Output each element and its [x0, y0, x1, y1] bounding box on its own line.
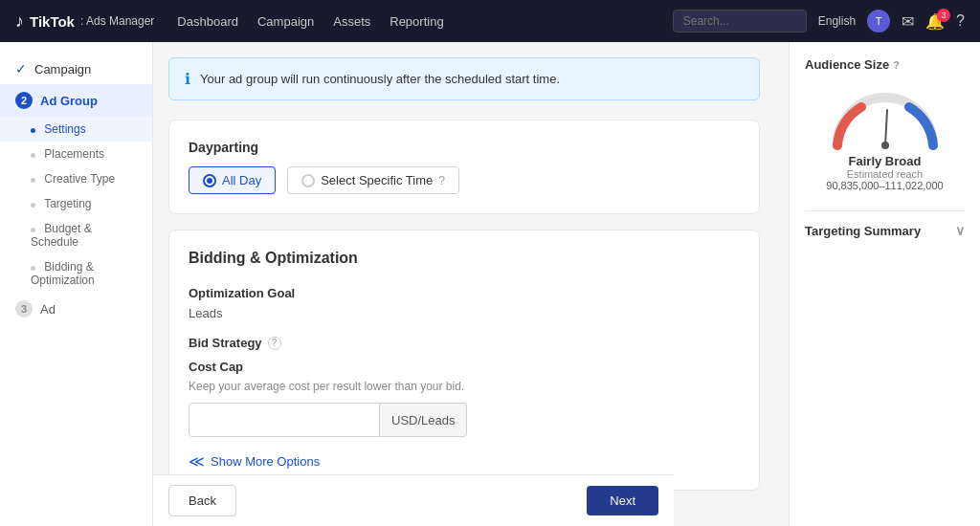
show-more-options[interactable]: ≪ Show More Options [189, 452, 740, 471]
dayparting-help-icon[interactable]: ? [438, 174, 445, 187]
gauge-range: 90,835,000–111,022,000 [826, 180, 943, 191]
radio-dot-allday [203, 174, 216, 187]
right-panel: Audience Size ? Fairly Broad Estimated r… [789, 42, 980, 526]
dayparting-card: Dayparting All Day Select Specific Time … [168, 120, 760, 214]
mail-icon[interactable]: ✉ [902, 12, 914, 31]
tiktok-icon: ♪ [15, 11, 24, 32]
optimization-goal-value: Leads [189, 306, 740, 320]
nav-reporting[interactable]: Reporting [390, 11, 443, 33]
check-icon: ✓ [15, 61, 27, 77]
info-icon: ℹ [185, 70, 190, 88]
step-num-adgroup: 2 [15, 92, 33, 109]
sidebar-sub-placements[interactable]: Placements [0, 142, 152, 166]
help-icon[interactable]: ? [956, 12, 965, 30]
audience-size-title: Audience Size ? [805, 57, 965, 72]
nav-assets[interactable]: Assets [333, 11, 370, 33]
dot-bidding [31, 266, 35, 271]
cost-unit-label: USD/Leads [380, 403, 467, 437]
language-selector[interactable]: English [818, 14, 856, 28]
sidebar-sub-creative-type[interactable]: Creative Type [0, 166, 152, 191]
dayparting-label: Dayparting [189, 140, 740, 155]
dot-placements [31, 153, 35, 158]
search-input[interactable] [673, 10, 807, 33]
logo: ♪ TikTok : Ads Manager [15, 11, 154, 32]
footer: Back Next [153, 474, 674, 526]
bid-strategy-label: Bid Strategy [189, 336, 262, 350]
content-area: ℹ Your ad group will run continuously af… [153, 42, 775, 526]
dot-targeting [31, 203, 35, 208]
cost-cap-label: Cost Cap [189, 360, 740, 374]
sidebar-sub-targeting[interactable]: Targeting [0, 191, 152, 216]
sidebar-item-campaign[interactable]: ✓ Campaign [0, 54, 152, 84]
sidebar-label-campaign: Campaign [34, 62, 91, 77]
dot-budget [31, 228, 35, 232]
header-right: English T ✉ 🔔 3 ? [673, 10, 965, 33]
svg-point-1 [881, 142, 889, 149]
dot-settings [31, 128, 35, 133]
radio-label-specific: Select Specific Time [321, 173, 433, 187]
gauge-label: Fairly Broad [849, 154, 922, 168]
cost-cap-input[interactable] [189, 403, 380, 437]
optimization-goal-label: Optimization Goal [189, 286, 740, 300]
dayparting-radio-group: All Day Select Specific Time ? [189, 166, 740, 194]
main-content: ℹ Your ad group will run continuously af… [153, 42, 789, 526]
radio-all-day[interactable]: All Day [189, 166, 276, 194]
header-nav: Dashboard Campaign Assets Reporting [177, 11, 649, 33]
sidebar-item-adgroup[interactable]: 2 Ad Group [0, 84, 152, 117]
radio-label-allday: All Day [222, 173, 261, 187]
audience-size-section: Audience Size ? Fairly Broad Estimated r… [805, 57, 965, 191]
sidebar-item-ad[interactable]: 3 Ad [0, 293, 152, 325]
radio-specific-time[interactable]: Select Specific Time ? [287, 166, 459, 194]
cost-cap-input-row: USD/Leads [189, 403, 590, 437]
sidebar-label-adgroup: Ad Group [40, 94, 98, 108]
nav-campaign[interactable]: Campaign [257, 11, 314, 33]
notification-icon[interactable]: 🔔 3 [925, 12, 945, 31]
gauge-sublabel: Estimated reach [847, 168, 923, 180]
audience-help-icon[interactable]: ? [893, 59, 900, 71]
bid-strategy-help-icon[interactable]: ? [268, 337, 281, 350]
targeting-summary-section: Targeting Summary ∨ [805, 210, 965, 238]
sidebar-label-ad: Ad [40, 302, 56, 317]
bidding-card: Bidding & Optimization Optimization Goal… [168, 230, 760, 491]
layout: ✓ Campaign 2 Ad Group Settings Placement… [0, 42, 980, 526]
logo-text: TikTok [30, 13, 75, 30]
chevron-down-icon[interactable]: ∨ [955, 223, 965, 238]
sidebar-sub-budget[interactable]: Budget & Schedule [0, 216, 152, 254]
nav-dashboard[interactable]: Dashboard [177, 11, 238, 33]
next-button[interactable]: Next [587, 486, 658, 515]
step-num-ad: 3 [15, 300, 33, 318]
avatar[interactable]: T [867, 10, 890, 33]
gauge-container: Fairly Broad Estimated reach 90,835,000–… [805, 83, 965, 191]
sidebar-sub-bidding[interactable]: Bidding & Optimization [0, 254, 152, 293]
show-more-icon: ≪ [189, 452, 205, 471]
radio-dot-empty [301, 174, 315, 187]
svg-line-0 [885, 110, 887, 145]
sidebar-sub-settings[interactable]: Settings [0, 117, 152, 142]
info-text: Your ad group will run continuously afte… [200, 72, 560, 86]
back-button[interactable]: Back [168, 485, 236, 516]
ads-manager-label: : Ads Manager [80, 14, 154, 28]
targeting-summary-title: Targeting Summary ∨ [805, 223, 965, 238]
radio-dot-inner [207, 178, 212, 184]
dot-creative [31, 178, 35, 183]
sidebar: ✓ Campaign 2 Ad Group Settings Placement… [0, 42, 153, 526]
notification-badge: 3 [937, 9, 950, 22]
info-box: ℹ Your ad group will run continuously af… [168, 57, 760, 100]
cost-cap-desc: Keep your average cost per result lower … [189, 380, 740, 393]
header: ♪ TikTok : Ads Manager Dashboard Campaig… [0, 0, 980, 42]
show-more-label: Show More Options [211, 454, 320, 469]
gauge-svg [828, 83, 943, 150]
bidding-header: Bidding & Optimization [189, 250, 740, 267]
